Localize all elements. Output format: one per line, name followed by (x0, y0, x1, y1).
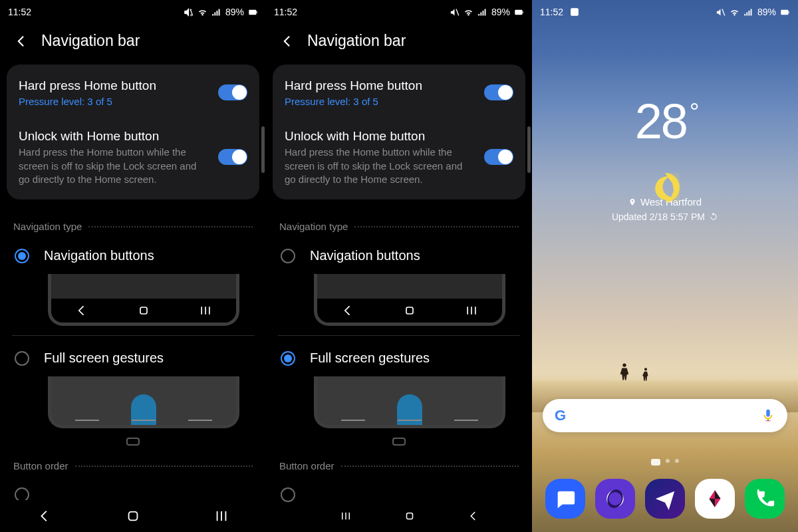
location-pin-icon (628, 198, 636, 206)
setting-unlock-home[interactable]: Unlock with Home button Hard press the H… (273, 118, 525, 197)
page-header: Navigation bar (266, 20, 532, 65)
page-indicator[interactable] (651, 459, 679, 466)
radio-unselected-icon[interactable] (281, 249, 295, 263)
toggle-hard-press[interactable] (218, 84, 247, 100)
section-nav-type: Navigation type (0, 207, 266, 239)
back-icon[interactable] (15, 35, 28, 48)
scrollbar[interactable] (527, 126, 531, 173)
temperature: 28° (532, 93, 798, 150)
moon-icon (650, 173, 680, 202)
battery-pct: 89% (225, 7, 244, 17)
option-label: Navigation buttons (310, 248, 420, 263)
status-icons: 89% (184, 7, 258, 17)
svg-rect-8 (407, 513, 413, 519)
option-gestures[interactable]: Full screen gestures (266, 341, 532, 374)
battery-pct: 89% (757, 7, 776, 17)
setting-title: Unlock with Home button (19, 128, 210, 145)
setting-hard-press[interactable]: Hard press Home button Pressure level: 3… (273, 67, 525, 118)
status-time: 11:52 (8, 7, 31, 17)
settings-card: Hard press Home button Pressure level: 3… (7, 65, 259, 200)
recents-nav-icon (199, 304, 212, 317)
mute-icon (450, 7, 460, 17)
app-internet[interactable] (595, 479, 635, 519)
refresh-icon[interactable] (709, 212, 718, 221)
battery-icon (248, 7, 258, 17)
settings-card: Hard press Home button Pressure level: 3… (273, 65, 525, 200)
system-nav-bar (0, 500, 266, 532)
battery-icon (514, 7, 524, 17)
svg-rect-1 (257, 11, 257, 13)
home-pill-icon (392, 438, 406, 446)
radio-unselected-icon[interactable] (281, 487, 295, 502)
option-label: Navigation buttons (44, 248, 154, 263)
setting-subtitle: Pressure level: 3 of 5 (285, 96, 476, 107)
svg-rect-0 (249, 9, 256, 15)
weather-widget[interactable]: 28° West Hartford Updated 2/18 5:57 PM (532, 93, 798, 222)
status-bar: 11:52 89% (0, 0, 266, 20)
mic-icon[interactable] (761, 408, 775, 423)
radio-unselected-icon[interactable] (15, 351, 29, 366)
status-bar: 11:52 89% (266, 0, 532, 20)
setting-subtitle: Pressure level: 3 of 5 (19, 96, 210, 107)
home-button[interactable] (126, 509, 140, 523)
battery-icon (780, 7, 790, 17)
back-button[interactable] (37, 509, 52, 523)
setting-subtitle: Hard press the Home button while the scr… (19, 146, 210, 186)
toggle-hard-press[interactable] (484, 84, 513, 100)
signal-icon (743, 7, 753, 17)
status-time: 11:52 (274, 7, 297, 17)
option-gestures[interactable]: Full screen gestures (0, 341, 266, 374)
svg-rect-2 (140, 307, 147, 314)
back-nav-icon (75, 304, 88, 317)
radio-selected-icon[interactable] (15, 249, 29, 263)
signal-icon (211, 7, 221, 17)
setting-title: Hard press Home button (285, 78, 476, 94)
scrollbar[interactable] (261, 126, 265, 173)
svg-rect-10 (781, 9, 788, 15)
option-label: Full screen gestures (310, 350, 430, 366)
app-gallery[interactable] (695, 479, 735, 519)
screen-1-settings-nav-buttons: 11:52 89% Navigation bar Hard press Home… (0, 0, 266, 532)
screen-2-settings-gestures: 11:52 89% Navigation bar Hard press Home… (266, 0, 532, 532)
option-button-order[interactable] (266, 478, 532, 502)
home-nav-icon (137, 304, 150, 317)
google-logo-icon: G (555, 407, 566, 424)
mute-icon (716, 7, 726, 17)
section-label: Button order (279, 460, 334, 471)
app-send[interactable] (645, 479, 685, 519)
screenshot-icon (570, 7, 579, 17)
recents-button[interactable] (214, 509, 229, 523)
home-nav-icon (403, 304, 416, 317)
app-phone[interactable] (745, 479, 785, 519)
status-bar: 11:52 89% (532, 0, 798, 20)
option-label: Full screen gestures (44, 350, 164, 366)
setting-title: Unlock with Home button (285, 128, 476, 145)
option-nav-buttons[interactable]: Navigation buttons (266, 239, 532, 271)
setting-hard-press[interactable]: Hard press Home button Pressure level: 3… (7, 67, 259, 118)
home-pill-icon (126, 438, 140, 446)
preview-gestures (314, 376, 505, 428)
setting-subtitle: Hard press the Home button while the scr… (285, 146, 476, 186)
radio-selected-icon[interactable] (281, 351, 295, 366)
back-nav-icon (467, 510, 479, 522)
option-button-order[interactable] (0, 478, 266, 502)
wifi-icon (730, 7, 739, 17)
preview-nav-buttons (314, 274, 505, 326)
wifi-icon (464, 7, 473, 17)
svg-rect-6 (523, 11, 523, 13)
toggle-unlock-home[interactable] (484, 149, 513, 165)
app-messages[interactable] (545, 479, 585, 519)
preview-gestures (48, 376, 239, 428)
recents-nav-icon (340, 510, 352, 522)
setting-unlock-home[interactable]: Unlock with Home button Hard press the H… (7, 118, 259, 197)
google-search-bar[interactable]: G (543, 399, 787, 432)
svg-point-14 (608, 492, 622, 505)
wifi-icon (198, 7, 207, 17)
option-nav-buttons[interactable]: Navigation buttons (0, 239, 266, 271)
toggle-unlock-home[interactable] (218, 149, 247, 165)
back-icon[interactable] (281, 35, 294, 48)
screen-3-home: 11:52 89% 28° West Hartford Updated 2/18… (532, 0, 798, 532)
home-nav-icon (404, 510, 416, 522)
silhouette-icon (618, 363, 630, 380)
status-icons: 89% (450, 7, 524, 17)
